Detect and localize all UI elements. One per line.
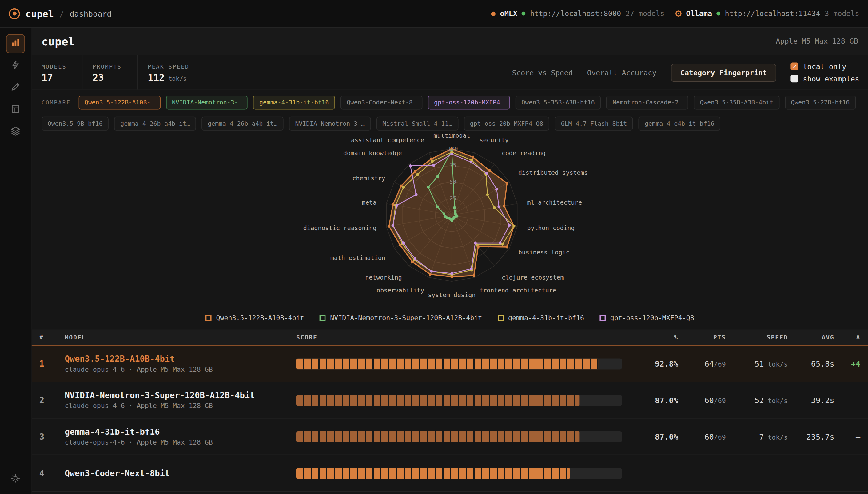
status-online-icon (717, 12, 721, 16)
score-bar-track (296, 431, 622, 442)
server-name: oMLX (500, 10, 517, 18)
sidebar-item-dashboard[interactable] (6, 34, 25, 53)
sidebar-item-runs[interactable] (6, 57, 25, 75)
toggle-show-examples[interactable]: show examples (791, 74, 860, 83)
legend-label: gpt-oss-120b-MXFP4-Q8 (610, 314, 694, 322)
machine-info: Apple M5 Max 128 GB (776, 37, 858, 45)
stat-value: 17 (41, 72, 67, 83)
model-chip[interactable]: gpt-oss-20b-MXFP4-Q8 (464, 117, 549, 131)
server-status[interactable]: oMLXhttp://localhost:800027 models (491, 10, 665, 18)
pencil-icon (11, 82, 20, 94)
stat-value: 112 tok/s (148, 72, 189, 83)
sidebar-item-settings[interactable] (6, 470, 25, 489)
page-header: cupel Apple M5 Max 128 GB (32, 27, 868, 55)
legend-label: Qwen3.5-122B-A10B-4bit (216, 314, 304, 322)
compare-label: COMPARE (41, 99, 71, 106)
column-header-%: % (628, 334, 678, 341)
model-chip[interactable]: NVIDIA-Nemotron-3-… (166, 96, 248, 109)
svg-text:networking: networking (365, 274, 402, 281)
model-chip[interactable]: gemma-4-26b-a4b-it… (114, 117, 196, 131)
model-chip[interactable]: gpt-oss-120b-MXFP4… (428, 96, 510, 109)
app-logo-icon[interactable] (9, 8, 20, 19)
server-status-group: oMLXhttp://localhost:800027 modelsOllama… (491, 10, 860, 18)
radar-chart-section: 255075100multimodalsecuritycode readingd… (32, 134, 868, 311)
breadcrumb[interactable]: dashboard (70, 9, 112, 18)
tab-overall-accuracy[interactable]: Overall Accuracy (587, 68, 656, 76)
score-bar-track (296, 358, 622, 369)
model-chip[interactable]: Nemotron-Cascade-2… (607, 96, 688, 109)
model-chip[interactable]: NVIDIA-Nemotron-3-… (289, 117, 371, 131)
server-url: http://localhost:11434 (725, 10, 820, 18)
table-row[interactable]: 2NVIDIA-Nemotron-3-Super-120B-A12B-4bitc… (32, 382, 868, 419)
model-chip[interactable]: Qwen3.5-122B-A10B-… (78, 96, 160, 109)
stat-value: 23 (93, 72, 122, 83)
model-chip[interactable]: Qwen3.5-35B-A3B-bf16 (516, 96, 601, 109)
table-row[interactable]: 4Qwen3-Coder-Next-8bit (32, 455, 868, 492)
svg-text:assistant competence: assistant competence (351, 137, 424, 144)
rank-cell: 2 (39, 395, 65, 405)
model-cell: NVIDIA-Nemotron-3-Super-120B-A12B-4bitcl… (65, 391, 296, 410)
app-root: cupel / dashboard oMLXhttp://localhost:8… (0, 0, 868, 494)
score-bar-fill (296, 358, 598, 369)
model-chip[interactable]: gemma-4-e4b-it-bf16 (638, 117, 720, 131)
model-chip[interactable]: Qwen3.5-35B-A3B-4bit (694, 96, 779, 109)
server-model-count: 3 models (825, 10, 860, 18)
legend-item[interactable]: gemma-4-31b-it-bf16 (498, 314, 584, 322)
ring-dot (678, 13, 680, 14)
server-model-count: 27 models (626, 10, 665, 18)
toggle-local-only[interactable]: ✓local only (791, 62, 860, 71)
svg-text:ml architecture: ml architecture (527, 199, 582, 206)
delta-cell: — (834, 396, 861, 405)
model-name: Qwen3-Coder-Next-8bit (65, 468, 296, 478)
svg-text:multimodal: multimodal (433, 134, 470, 139)
model-chip[interactable]: Qwen3-Coder-Next-8… (341, 96, 422, 109)
tab-category-fingerprint[interactable]: Category Fingerprint (671, 63, 776, 81)
sidebar-item-reports[interactable] (6, 101, 25, 119)
logo-dot (13, 12, 17, 16)
legend-swatch (205, 315, 212, 321)
svg-text:25: 25 (450, 195, 456, 202)
top-bar: cupel / dashboard oMLXhttp://localhost:8… (0, 0, 868, 27)
delta-cell: +4 (834, 359, 861, 368)
svg-text:frontend architecture: frontend architecture (479, 287, 556, 294)
column-header-model: MODEL (65, 334, 296, 341)
column-header-speed: SPEED (726, 334, 788, 341)
score-bar-track (296, 395, 622, 405)
percent-cell: 92.8% (628, 359, 678, 368)
legend-item[interactable]: gpt-oss-120b-MXFP4-Q8 (599, 314, 694, 322)
server-url: http://localhost:8000 (530, 10, 621, 18)
legend-label: NVIDIA-Nemotron-3-Super-120B-A12B-4bit (330, 314, 482, 322)
layers-icon (11, 126, 20, 138)
model-chip[interactable]: Mistral-Small-4-11… (377, 117, 458, 131)
score-bar-fill (296, 431, 579, 442)
table-row[interactable]: 1Qwen3.5-122B-A10B-4bitclaude-opus-4-6 ·… (32, 346, 868, 382)
avg-cell: 39.2s (788, 396, 834, 405)
chart-legend: Qwen3.5-122B-A10B-4bitNVIDIA-Nemotron-3-… (32, 311, 868, 325)
model-chip[interactable]: Qwen3.5-27B-bf16 (785, 96, 856, 109)
legend-item[interactable]: NVIDIA-Nemotron-3-Super-120B-A12B-4bit (320, 314, 482, 322)
sidebar-item-layers[interactable] (6, 123, 25, 141)
column-header-avg: AVG (788, 334, 834, 341)
model-name: Qwen3.5-122B-A10B-4bit (65, 354, 296, 364)
points-total: /69 (714, 433, 726, 441)
score-cell (296, 431, 628, 442)
model-chip[interactable]: gemma-4-26b-a4b-it… (202, 117, 284, 131)
brand-name[interactable]: cupel (25, 8, 54, 19)
stat-cell: PROMPTS23 (83, 55, 138, 90)
sidebar (0, 27, 32, 494)
model-cell: gemma-4-31b-it-bf16claude-opus-4-6 · App… (65, 427, 296, 446)
model-chip[interactable]: Qwen3.5-9B-bf16 (41, 117, 109, 131)
speed-cell: 52 tok/s (726, 396, 788, 405)
tab-score-vs-speed[interactable]: Score vs Speed (512, 68, 573, 76)
model-chip[interactable]: GLM-4.7-Flash-8bit (555, 117, 633, 131)
sidebar-item-edit[interactable] (6, 79, 25, 97)
server-status[interactable]: Ollamahttp://localhost:114343 models (675, 10, 859, 18)
legend-item[interactable]: Qwen3.5-122B-A10B-4bit (205, 314, 304, 322)
model-cell: Qwen3-Coder-Next-8bit (65, 468, 296, 478)
score-cell (296, 395, 628, 405)
model-chip[interactable]: gemma-4-31b-it-bf16 (253, 96, 335, 109)
dot-icon (491, 12, 495, 16)
table-row[interactable]: 3gemma-4-31b-it-bf16claude-opus-4-6 · Ap… (32, 419, 868, 455)
percent-cell: 87.0% (628, 432, 678, 441)
svg-text:75: 75 (450, 162, 456, 168)
